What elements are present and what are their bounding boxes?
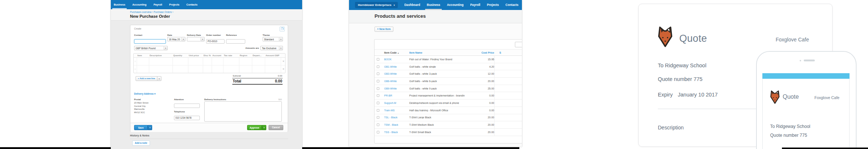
- product-row: GB9-WhiteGolf balls - white 9 pack25.00: [375, 85, 522, 92]
- item-code-link[interactable]: Train-MS: [384, 109, 409, 112]
- copy-icon[interactable]: ❐: [280, 27, 285, 31]
- po-line-cell[interactable]: [172, 65, 188, 73]
- add-note-button[interactable]: Add a note: [132, 140, 150, 146]
- delivery-address-link[interactable]: Delivery Address ▾: [134, 92, 156, 95]
- item-code-link[interactable]: Support-M: [384, 102, 409, 104]
- item-code-link[interactable]: TSL - Black: [384, 116, 409, 119]
- po-line-cell[interactable]: [188, 58, 203, 65]
- theme-label: Theme: [263, 34, 283, 36]
- po-line-cell[interactable]: [239, 65, 252, 73]
- row-checkbox[interactable]: [377, 109, 379, 112]
- item-code-link[interactable]: TSS - Black: [384, 131, 409, 133]
- drag-handle-icon[interactable]: ⁞⁞: [134, 65, 137, 73]
- breadcrumb[interactable]: Purchases overview › Purchase Orders ›: [130, 11, 302, 13]
- column-cost-price[interactable]: Cost Price: [465, 51, 494, 54]
- row-checkbox[interactable]: [377, 72, 379, 75]
- po-line-cell[interactable]: [252, 65, 265, 73]
- po-line-cell[interactable]: [203, 58, 212, 65]
- amounts-are-select[interactable]: [260, 46, 279, 50]
- row-checkbox[interactable]: [377, 102, 379, 104]
- item-code-link[interactable]: GB6-White: [384, 80, 409, 82]
- currency-select[interactable]: [134, 46, 164, 50]
- po-line-item-row: ⁞⁞✕: [134, 65, 285, 73]
- approve-dropdown-icon[interactable]: ▾: [262, 125, 266, 130]
- save-button[interactable]: Save ▾: [134, 125, 152, 130]
- quote-divider: [658, 109, 756, 109]
- nav-item-accounting[interactable]: Accounting: [131, 0, 147, 9]
- column-sale-price[interactable]: S: [494, 51, 522, 54]
- po-line-cell[interactable]: [212, 65, 223, 73]
- currency-dropdown-icon[interactable]: ▾: [164, 46, 168, 50]
- nav-item-dashboard[interactable]: Dashboard: [404, 0, 420, 10]
- item-code-link[interactable]: GB1-White: [384, 65, 409, 68]
- nav-item-projects[interactable]: Projects: [168, 0, 180, 9]
- po-line-cell[interactable]: [149, 65, 172, 73]
- item-code-link[interactable]: GB3-White: [384, 72, 409, 75]
- contact-input[interactable]: [134, 39, 166, 44]
- save-dropdown-icon[interactable]: ▾: [148, 125, 152, 130]
- new-item-button[interactable]: + New Item: [375, 27, 393, 32]
- column-item-code[interactable]: Item Code ▲: [384, 51, 409, 54]
- item-code-link[interactable]: BOOK: [384, 58, 409, 61]
- add-new-line-button[interactable]: + Add a new line ▾: [136, 76, 161, 81]
- theme-select[interactable]: [263, 37, 279, 41]
- po-line-cell[interactable]: [137, 65, 149, 73]
- nav-item-payroll[interactable]: Payroll: [470, 0, 480, 10]
- po-line-cell[interactable]: [203, 65, 212, 73]
- po-line-cell[interactable]: [252, 58, 265, 65]
- nav-item-contacts[interactable]: Contacts: [506, 0, 519, 10]
- column-item-name[interactable]: Item Name: [409, 51, 465, 54]
- item-code-link[interactable]: TSM - Black: [384, 123, 409, 126]
- item-code-link[interactable]: PR-BR: [384, 94, 409, 97]
- amounts-are-dropdown-icon[interactable]: ▾: [279, 46, 283, 50]
- remove-row-icon[interactable]: ✕: [281, 65, 286, 73]
- telephone-input[interactable]: [174, 116, 200, 120]
- org-menu-button[interactable]: Hornblower Enterprises ▾: [355, 2, 398, 8]
- total-label: Total: [233, 79, 241, 83]
- row-checkbox[interactable]: [377, 87, 379, 90]
- nav-item-business[interactable]: Business: [113, 0, 126, 9]
- nav-item-business[interactable]: Business: [427, 0, 440, 10]
- date-dropdown-icon[interactable]: ▾: [181, 37, 185, 41]
- products-navbar: Hornblower Enterprises ▾ DashboardBusine…: [349, 0, 522, 10]
- nav-item-accounting[interactable]: Accounting: [447, 0, 464, 10]
- cancel-button[interactable]: Cancel: [269, 125, 283, 130]
- row-checkbox[interactable]: [377, 65, 379, 68]
- search-input[interactable]: [515, 42, 522, 47]
- theme-dropdown-icon[interactable]: ▾: [279, 37, 283, 41]
- po-line-cell[interactable]: [149, 58, 172, 65]
- delivery-section: Postal 23 Main StreetCentral CityMarinev…: [134, 98, 282, 122]
- row-checkbox[interactable]: [377, 123, 379, 126]
- add-line-dropdown-icon[interactable]: ▾: [157, 76, 161, 81]
- row-checkbox[interactable]: [377, 58, 379, 61]
- row-checkbox[interactable]: [377, 131, 379, 133]
- reference-input[interactable]: [226, 39, 245, 44]
- po-line-cell[interactable]: [265, 65, 281, 73]
- nav-item-contacts[interactable]: Contacts: [186, 0, 198, 9]
- po-line-cell[interactable]: [172, 58, 188, 65]
- row-checkbox[interactable]: [377, 116, 379, 119]
- order-number-input[interactable]: [206, 39, 225, 44]
- po-line-cell[interactable]: [239, 58, 252, 65]
- nav-item-projects[interactable]: Projects: [487, 0, 499, 10]
- products-page-title: Products and services: [375, 13, 426, 19]
- nav-item-payroll[interactable]: Payroll: [153, 0, 163, 9]
- attention-input[interactable]: [174, 104, 200, 108]
- row-checkbox[interactable]: [377, 80, 379, 82]
- po-line-cell[interactable]: [137, 58, 149, 65]
- create-label: Create: [134, 27, 141, 30]
- delivery-date-input[interactable]: [187, 37, 201, 41]
- po-line-cell[interactable]: [223, 65, 239, 73]
- approve-button[interactable]: Approve ▾: [247, 125, 266, 130]
- po-line-cell[interactable]: [265, 58, 281, 65]
- row-checkbox[interactable]: [377, 94, 379, 97]
- po-line-cell[interactable]: [223, 58, 239, 65]
- item-code-link[interactable]: GB9-White: [384, 87, 409, 90]
- po-line-cell[interactable]: [188, 65, 203, 73]
- delivery-date-dropdown-icon[interactable]: ▾: [201, 37, 205, 41]
- delivery-instructions-textarea[interactable]: [204, 101, 282, 122]
- date-input[interactable]: [167, 37, 181, 41]
- po-line-cell[interactable]: [212, 58, 223, 65]
- remove-row-icon[interactable]: ✕: [281, 58, 286, 65]
- drag-handle-icon[interactable]: ⁞⁞: [134, 58, 137, 65]
